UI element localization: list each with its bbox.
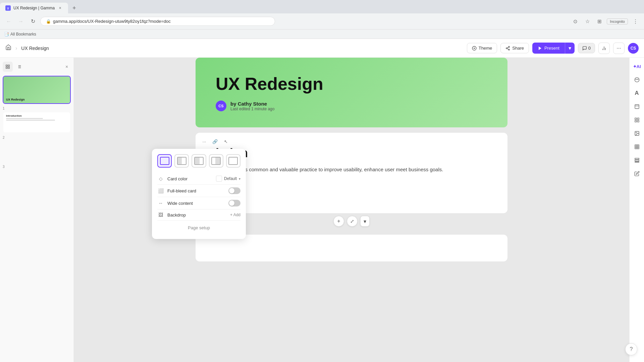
wide-content-label: Wide content xyxy=(167,201,225,206)
svg-rect-38 xyxy=(635,162,639,162)
star-icon[interactable]: ☆ xyxy=(583,17,592,26)
svg-point-2 xyxy=(506,48,507,49)
layout-options-row xyxy=(157,154,240,168)
reorder-button[interactable]: ⤢ xyxy=(347,216,358,227)
color-dropdown-arrow: ▾ xyxy=(239,177,240,181)
svg-rect-12 xyxy=(6,67,7,68)
add-card-button[interactable]: + xyxy=(333,216,344,227)
bookmarks-icon: 📑 xyxy=(4,32,9,37)
backdrop-add-button[interactable]: + Add xyxy=(230,213,240,217)
card-color-picker[interactable]: Default ▾ xyxy=(216,176,240,182)
extension-icon[interactable]: ⊞ xyxy=(595,17,604,26)
layout-right-icon xyxy=(211,157,221,165)
cover-title: UX Redesign xyxy=(216,74,487,94)
active-tab[interactable]: γ UX Redesign | Gamma × xyxy=(0,3,68,13)
slide-thumbnail-1[interactable]: UX Redesign xyxy=(3,76,71,104)
slide-thumbnail-3[interactable] xyxy=(3,141,71,162)
slide-2-number: 2 xyxy=(0,135,73,141)
edit-icon[interactable] xyxy=(631,168,643,180)
list-view-button[interactable] xyxy=(14,62,24,72)
layout-full-button[interactable] xyxy=(157,154,172,168)
author-avatar: CS xyxy=(216,101,226,111)
card-more-button[interactable]: ··· xyxy=(200,137,209,146)
edit-timestamp: Last edited 1 minute ago xyxy=(230,107,274,111)
layout-icon[interactable] xyxy=(631,101,643,113)
stack-icon[interactable] xyxy=(631,154,643,166)
forward-button[interactable]: → xyxy=(16,17,25,26)
lock-icon: 🔒 xyxy=(46,19,51,24)
image-right-icon[interactable] xyxy=(631,127,643,139)
layout-split-button[interactable] xyxy=(192,154,206,168)
slide-1-label: UX Redesign xyxy=(6,98,25,101)
layout-minimal-button[interactable] xyxy=(226,154,240,168)
backdrop-label: Backdrop xyxy=(167,213,227,218)
right-sidebar: ✦AI A xyxy=(629,58,644,362)
svg-rect-25 xyxy=(635,118,637,120)
slide-1-preview: UX Redesign xyxy=(3,76,70,103)
address-bar[interactable]: 🔒 gamma.app/docs/UX-Redesign-utuw9ty82oy… xyxy=(40,17,275,26)
svg-point-3 xyxy=(508,49,510,50)
card-cursor-button[interactable]: ↖ xyxy=(221,137,230,146)
tab-close-button[interactable]: × xyxy=(57,5,63,11)
help-button[interactable]: ? xyxy=(625,343,637,355)
layout-left-half-button[interactable] xyxy=(174,154,189,168)
svg-marker-6 xyxy=(539,46,541,50)
color-palette-icon[interactable] xyxy=(631,74,643,86)
grid-view-button[interactable] xyxy=(3,62,13,72)
present-button[interactable]: Present ▾ xyxy=(532,43,575,54)
theme-button-label: Theme xyxy=(479,46,492,51)
full-bleed-toggle[interactable] xyxy=(228,187,240,194)
slide-2-line-2 xyxy=(6,120,55,121)
slide-2-preview: Introduction xyxy=(3,112,70,132)
card-color-value: Default xyxy=(224,176,237,181)
sidebar-close-button[interactable]: × xyxy=(63,63,71,71)
cover-card: UX Redesign CS by Cathy Stone Last edite… xyxy=(196,58,507,127)
svg-rect-11 xyxy=(8,65,9,66)
grid-icon[interactable] xyxy=(631,114,643,126)
card-link-button[interactable]: 🔗 xyxy=(210,137,220,146)
layout-right-button[interactable] xyxy=(209,154,223,168)
comments-button[interactable]: 0 xyxy=(578,43,595,53)
svg-rect-36 xyxy=(635,158,639,159)
wide-content-row: ↔ Wide content xyxy=(157,197,240,209)
slide-2-label: Introduction xyxy=(6,114,67,117)
slide-2-line-1 xyxy=(6,118,43,119)
theme-button[interactable]: Theme xyxy=(467,43,497,53)
lens-icon[interactable]: ⊙ xyxy=(571,17,580,26)
full-bleed-row: ⬜ Full-bleed card xyxy=(157,185,240,197)
expand-icon: ⬜ xyxy=(157,188,164,193)
slide-thumbnail-2[interactable]: Introduction xyxy=(3,112,71,133)
layout-left-half-icon xyxy=(177,157,186,165)
comments-count: 0 xyxy=(588,46,591,51)
card-color-label: Card color xyxy=(167,176,213,181)
card-dropdown-button[interactable]: ▾ xyxy=(360,216,370,227)
svg-point-20 xyxy=(635,77,639,82)
svg-point-30 xyxy=(636,132,636,133)
svg-rect-37 xyxy=(635,160,639,161)
table-icon[interactable] xyxy=(631,141,643,153)
present-dropdown-arrow[interactable]: ▾ xyxy=(565,43,575,54)
text-icon[interactable]: A xyxy=(631,87,643,99)
ai-button[interactable]: ✦AI xyxy=(631,60,643,72)
wide-content-toggle[interactable] xyxy=(228,200,240,206)
intro-card: ··· 🔗 ↖ xyxy=(196,133,507,213)
arrows-icon: ↔ xyxy=(157,200,164,206)
svg-rect-31 xyxy=(635,145,639,149)
new-tab-button[interactable]: + xyxy=(69,3,79,13)
section-title: iction xyxy=(216,146,487,160)
svg-rect-26 xyxy=(637,118,639,120)
svg-rect-13 xyxy=(8,67,9,68)
page-setup-button[interactable]: Page setup xyxy=(157,222,240,234)
more-options-button[interactable]: ··· xyxy=(613,43,625,54)
reload-button[interactable]: ↻ xyxy=(28,17,38,26)
menu-icon[interactable]: ⋮ xyxy=(631,17,640,26)
home-button[interactable] xyxy=(5,44,11,52)
share-button[interactable]: Share xyxy=(500,43,529,53)
share-button-label: Share xyxy=(512,46,524,51)
back-button[interactable]: ← xyxy=(4,17,13,26)
svg-point-1 xyxy=(508,46,510,48)
svg-point-22 xyxy=(637,79,638,80)
card-toolbar: ··· 🔗 ↖ xyxy=(200,137,230,146)
chart-icon-button[interactable] xyxy=(598,43,610,54)
user-avatar[interactable]: CS xyxy=(628,43,639,54)
